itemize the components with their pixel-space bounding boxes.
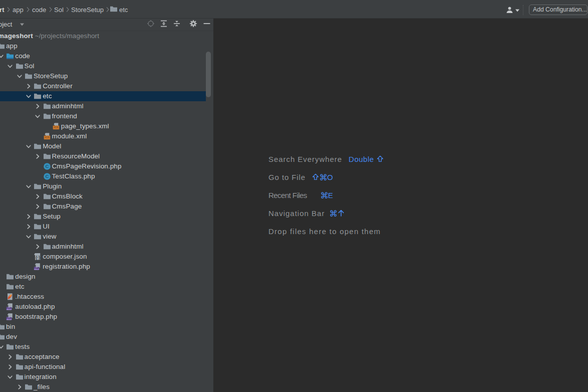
svg-text:<>: <> [54, 125, 58, 129]
svg-text:C: C [45, 173, 49, 179]
svg-text:PHP: PHP [7, 317, 13, 320]
svg-text:C: C [45, 163, 49, 169]
svg-text:PHP: PHP [34, 267, 40, 270]
svg-text:PHP: PHP [7, 307, 13, 310]
svg-text:<>: <> [45, 135, 49, 139]
svg-text:{·}: {·} [36, 255, 41, 260]
